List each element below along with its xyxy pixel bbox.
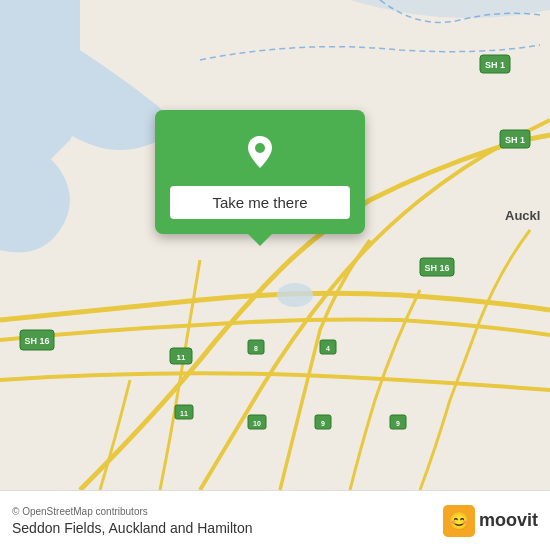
moovit-text: moovit (479, 510, 538, 531)
map-container: SH 16 11 8 10 9 9 11 4 SH 16 SH 1 SH 1 A (0, 0, 550, 490)
svg-text:9: 9 (321, 420, 325, 427)
svg-text:SH 16: SH 16 (24, 336, 49, 346)
svg-point-28 (255, 143, 265, 153)
copyright-text: © OpenStreetMap contributors (12, 506, 443, 517)
bottom-info: © OpenStreetMap contributors Seddon Fiel… (12, 506, 443, 536)
svg-text:SH 16: SH 16 (424, 263, 449, 273)
location-popup: Take me there (155, 110, 365, 234)
svg-text:4: 4 (326, 345, 330, 352)
svg-text:8: 8 (254, 345, 258, 352)
bottom-bar: © OpenStreetMap contributors Seddon Fiel… (0, 490, 550, 550)
location-pin-icon (238, 130, 282, 174)
svg-text:Auckl: Auckl (505, 208, 540, 223)
take-me-there-button[interactable]: Take me there (170, 186, 350, 219)
svg-text:SH 1: SH 1 (485, 60, 505, 70)
moovit-icon: 😊 (443, 505, 475, 537)
svg-point-26 (277, 283, 313, 307)
svg-text:😊: 😊 (448, 510, 470, 532)
svg-text:SH 1: SH 1 (505, 135, 525, 145)
svg-text:11: 11 (177, 353, 186, 362)
svg-text:9: 9 (396, 420, 400, 427)
svg-text:10: 10 (253, 420, 261, 427)
location-label: Seddon Fields, Auckland and Hamilton (12, 520, 443, 536)
moovit-logo: 😊 moovit (443, 505, 538, 537)
svg-text:11: 11 (180, 410, 188, 417)
